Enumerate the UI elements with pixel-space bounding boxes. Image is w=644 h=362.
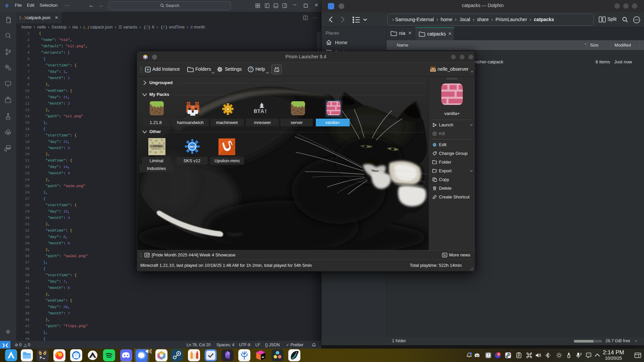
svg-text:⋯: ⋯ bbox=[313, 15, 317, 20]
svg-text:?: ? bbox=[250, 68, 252, 71]
svg-text:1: 1 bbox=[498, 353, 500, 356]
svg-text:LIMINAL: LIMINAL bbox=[150, 145, 163, 148]
svg-text:INDUSTRIES: INDUSTRIES bbox=[152, 148, 161, 150]
svg-text:SKS: SKS bbox=[189, 145, 196, 148]
svg-text:BTA!: BTA! bbox=[254, 108, 267, 115]
